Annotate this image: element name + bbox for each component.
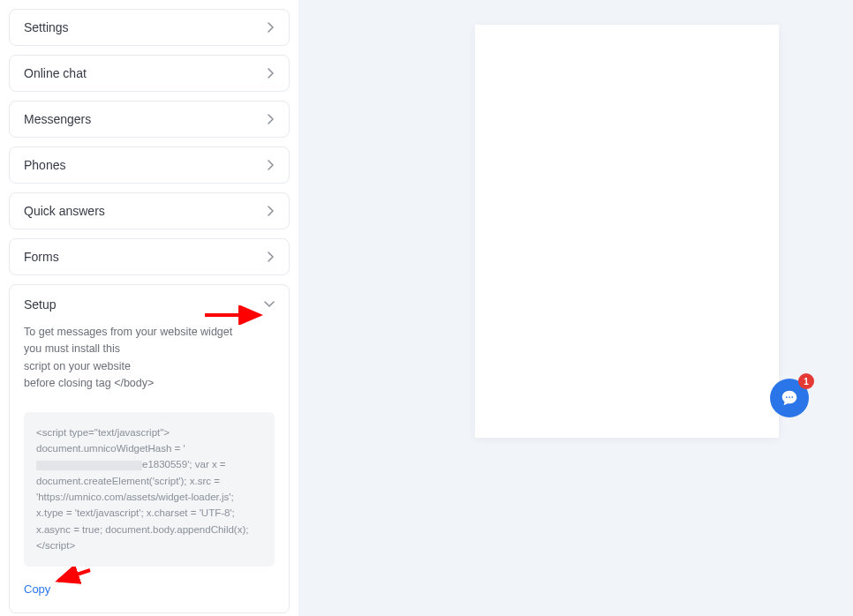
svg-point-0 — [786, 396, 788, 398]
setup-panel: Setup To get messages from your website … — [9, 284, 290, 613]
code-text: ipt> — [58, 540, 75, 551]
chevron-right-icon — [268, 68, 275, 79]
code-text: <script type="text/javascript"> document… — [36, 427, 185, 454]
sidebar-item-settings[interactable]: Settings — [9, 9, 290, 46]
chevron-down-icon — [264, 301, 275, 308]
install-script-code: <script type="text/javascript"> document… — [24, 412, 275, 567]
chat-icon — [780, 388, 799, 408]
chevron-right-icon — [268, 114, 275, 124]
chat-widget-button[interactable]: 1 — [770, 379, 809, 417]
setup-desc-line: To get messages from your website widget — [24, 324, 275, 341]
chat-badge: 1 — [798, 373, 814, 389]
setup-description: To get messages from your website widget… — [24, 324, 275, 393]
preview-area: 1 — [298, 0, 853, 616]
sidebar-item-label: Settings — [24, 20, 69, 34]
sidebar-item-label: Online chat — [24, 66, 87, 80]
sidebar-item-online-chat[interactable]: Online chat — [9, 55, 290, 92]
chevron-right-icon — [268, 252, 275, 262]
svg-point-2 — [791, 396, 793, 398]
sidebar-item-label: Phones — [24, 158, 65, 172]
chevron-right-icon — [268, 22, 275, 33]
widget-preview-frame — [475, 25, 779, 438]
setup-toggle[interactable]: Setup — [24, 297, 275, 312]
svg-point-1 — [789, 396, 790, 398]
code-text: e1830559'; var x = document.createElemen… — [36, 459, 248, 551]
sidebar-item-phones[interactable]: Phones — [9, 146, 290, 184]
setup-desc-line: you must install this — [24, 341, 275, 357]
sidebar-item-forms[interactable]: Forms — [9, 238, 290, 275]
sidebar-item-messengers[interactable]: Messengers — [9, 101, 290, 138]
sidebar-item-quick-answers[interactable]: Quick answers — [9, 192, 290, 229]
sidebar-item-label: Messengers — [24, 112, 91, 126]
sidebar-item-label: Forms — [24, 250, 59, 264]
setup-desc-line: before closing tag </body> — [24, 375, 275, 392]
copy-button[interactable]: Copy — [24, 582, 50, 596]
setup-desc-line: script on your website — [24, 358, 275, 375]
settings-sidebar: Settings Online chat Messengers Phones Q… — [0, 0, 298, 616]
chevron-right-icon — [268, 206, 275, 216]
setup-title: Setup — [24, 297, 57, 312]
chevron-right-icon — [268, 160, 275, 170]
sidebar-item-label: Quick answers — [24, 204, 105, 218]
redacted-hash — [36, 461, 142, 470]
